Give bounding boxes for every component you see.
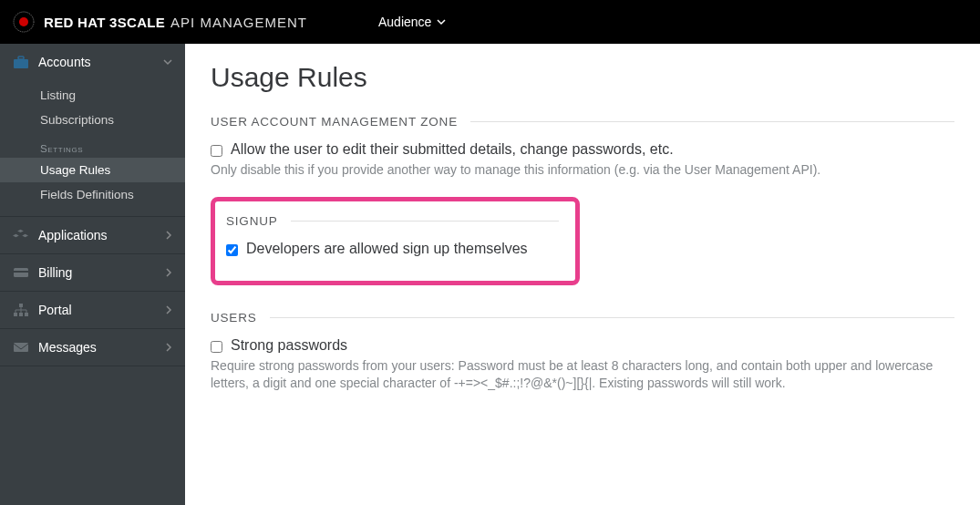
topbar: RED HAT 3SCALE API MANAGEMENT Audience [0,0,980,44]
sidebar-item-billing[interactable]: Billing [0,254,185,291]
chevron-right-icon [165,265,172,280]
divider [291,221,559,222]
help-text: Only disable this if you provide another… [211,161,954,179]
audience-dropdown[interactable]: Audience [378,15,446,29]
sidebar: Accounts Listing Subscriptions Settings … [0,44,185,505]
divider [470,121,954,122]
sidebar-item-portal[interactable]: Portal [0,292,185,328]
svg-rect-6 [19,304,23,307]
divider [270,317,954,318]
sidebar-item-listing[interactable]: Listing [0,83,185,108]
cubes-icon [13,228,29,242]
svg-rect-9 [25,313,28,316]
briefcase-icon [13,55,29,69]
checkbox-label[interactable]: Developers are allowed sign up themselve… [246,241,528,257]
checkbox-label[interactable]: Strong passwords [231,337,347,354]
brand-thin: API MANAGEMENT [170,15,307,30]
sidebar-item-messages[interactable]: Messages [0,329,185,366]
chevron-right-icon [165,303,172,317]
sidebar-item-fields-definitions[interactable]: Fields Definitions [0,182,185,207]
svg-rect-2 [14,59,28,68]
sidebar-subnav: Listing Subscriptions Settings Usage Rul… [0,80,185,216]
section-heading: USERS [211,311,257,325]
svg-rect-8 [19,313,23,316]
svg-rect-10 [14,343,28,352]
sidebar-label: Applications [38,228,108,242]
sitemap-icon [13,303,29,317]
section-signup: SIGNUP [226,214,559,228]
highlighted-signup-section: SIGNUP Developers are allowed sign up th… [211,197,580,285]
sidebar-subgroup-settings: Settings [0,132,185,158]
checkbox-label[interactable]: Allow the user to edit their submitted d… [231,141,674,158]
sidebar-item-usage-rules[interactable]: Usage Rules [0,158,185,182]
sidebar-label: Portal [38,303,72,317]
sidebar-group-accounts: Accounts Listing Subscriptions Settings … [0,44,185,217]
sidebar-item-accounts[interactable]: Accounts [0,44,185,80]
svg-rect-7 [14,313,17,316]
sidebar-item-subscriptions[interactable]: Subscriptions [0,108,185,132]
audience-label: Audience [378,15,431,29]
sidebar-item-applications[interactable]: Applications [0,217,185,253]
redhat-logo-icon [13,11,35,33]
sidebar-label: Billing [38,265,72,280]
checkbox-developers-signup[interactable] [226,244,238,256]
help-text: Require strong passwords from your users… [211,357,954,392]
chevron-down-icon [437,15,446,29]
section-users: USERS [211,311,954,325]
svg-rect-5 [14,271,28,273]
chevron-right-icon [165,228,172,242]
page-title: Usage Rules [211,62,954,93]
checkbox-strong-passwords[interactable] [211,341,222,353]
section-uamz: USER ACCOUNT MANAGEMENT ZONE [211,115,954,129]
chevron-down-icon [163,55,172,69]
chevron-right-icon [165,340,172,355]
credit-card-icon [13,265,29,280]
sidebar-label: Messages [38,340,97,355]
section-heading: SIGNUP [226,214,278,228]
section-heading: USER ACCOUNT MANAGEMENT ZONE [211,115,458,129]
envelope-icon [13,340,29,355]
checkbox-allow-user-edit[interactable] [211,145,222,157]
brand-label: RED HAT 3SCALE API MANAGEMENT [44,15,307,30]
main-content: Usage Rules USER ACCOUNT MANAGEMENT ZONE… [185,44,980,505]
svg-rect-3 [18,57,24,59]
svg-point-1 [19,17,28,26]
brand-bold: RED HAT 3SCALE [44,15,165,30]
sidebar-label: Accounts [38,55,91,69]
